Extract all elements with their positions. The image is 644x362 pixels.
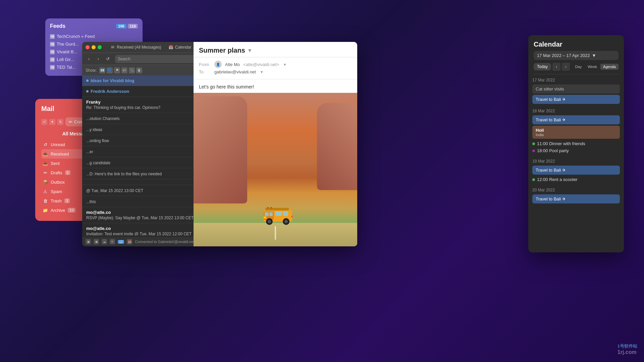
svg-rect-4 (275, 211, 282, 216)
received-icon: 📥 (43, 151, 48, 157)
svg-rect-13 (264, 217, 266, 219)
tab-received[interactable]: ✉ Received (All Messages) (107, 44, 165, 51)
from-dropdown-icon[interactable]: ▾ (284, 62, 286, 67)
feed-item-0[interactable]: 📰 TechCrunch » Feed (50, 33, 138, 40)
tab-calendar-icon: 📅 (169, 45, 173, 50)
feeds-badge-2: 116 (128, 24, 138, 28)
feed-icon-4: 📰 (50, 65, 55, 70)
cal-event-travel-18[interactable]: Travel to Bali ✈ (532, 115, 620, 124)
filter-all-icon[interactable]: 📧 (99, 67, 105, 73)
drafts-count: 2 (65, 170, 70, 175)
feed-icon-0: 📰 (50, 34, 55, 39)
close-button[interactable] (86, 45, 90, 49)
cal-event-scooter[interactable]: 12:00 Rent a scooter (532, 176, 620, 183)
filter-flag-icon[interactable]: ⚑ (114, 67, 120, 73)
forward-button[interactable]: › (94, 55, 102, 63)
cal-week-view[interactable]: Week (585, 64, 600, 70)
spam-icon: ⚠ (43, 189, 48, 194)
connection-status: Connected to GabrielaV@vivaldi.net (135, 240, 195, 244)
maximize-button[interactable] (98, 45, 102, 49)
cal-day-label-17: 17 Mar 2022 (532, 78, 620, 82)
archive-icon: 📁 (43, 207, 48, 213)
svg-rect-8 (270, 207, 272, 208)
email-image (194, 93, 357, 246)
email-to-row: To gabrielav@vivaldi.net ▾ (199, 69, 352, 74)
cal-body: 17 Mar 2022 Cat sitter visits Travel to … (528, 78, 624, 250)
unread-dot (86, 79, 89, 82)
date-range-chevron: ▼ (592, 53, 596, 58)
sender-avatar: 👤 (214, 61, 222, 68)
cal-day-label-18: 18 Mar 2022 (532, 109, 620, 113)
back-button[interactable]: ‹ (85, 55, 93, 63)
feeds-title: Feeds (50, 23, 65, 29)
tab-calendar[interactable]: 📅 Calendar (165, 44, 195, 51)
cal-view-buttons: Day Week Agenda (573, 64, 619, 70)
cal-event-cat-sitter[interactable]: Cat sitter visits (532, 84, 620, 94)
cal-event-travel-19[interactable]: Travel to Bali ✈ (532, 166, 620, 175)
cal-agenda-view[interactable]: Agenda (600, 64, 619, 70)
email-detail-panel: Summer plans ▼ From 👤 Atle Mo <atle@viva… (194, 42, 357, 246)
from-name: Atle Mo (225, 62, 240, 67)
refresh-btn[interactable]: ↺ (41, 119, 47, 125)
outbox-icon: 📦 (43, 179, 48, 185)
cal-day-18mar: 18 Mar 2022 Travel to Bali ✈ Holi India … (532, 109, 620, 154)
from-email: <atle@vivaldi.net> (243, 62, 279, 67)
trash-icon: 🗑 (43, 198, 48, 203)
minimize-button[interactable] (92, 45, 96, 49)
email-subject-bar: Summer plans ▼ (194, 42, 357, 57)
status-badge-num: 12 (118, 240, 124, 244)
feeds-badge-1: 106 (116, 24, 126, 28)
subject-edit-icon[interactable]: ▼ (247, 48, 253, 54)
reload-button[interactable]: ↺ (104, 55, 112, 63)
cal-day-label-19: 19 Mar 2022 (532, 159, 620, 164)
dot-green-1 (532, 142, 535, 145)
cal-day-19mar: 19 Mar 2022 Travel to Bali ✈ 12:00 Rent … (532, 159, 620, 183)
cal-date-range[interactable]: 17 Mar 2022 – 17 Apr 2022 ▼ (534, 51, 619, 60)
cal-next-button[interactable]: › (562, 63, 570, 71)
cal-day-view[interactable]: Day (573, 64, 585, 70)
cal-prev-button[interactable]: ‹ (552, 63, 560, 71)
sort-btn[interactable]: ⇅ (57, 119, 63, 125)
status-icon-4: ✉ (110, 239, 115, 244)
email-from-row: From 👤 Atle Mo <atle@vivaldi.net> ▾ (199, 61, 352, 68)
dot-green-2 (532, 178, 535, 181)
svg-rect-7 (267, 207, 269, 208)
status-icon-5: 📅 (127, 239, 132, 244)
status-icon-1: ◼ (86, 239, 91, 244)
email-subject: Summer plans ▼ (199, 47, 352, 54)
cal-day-17mar: 17 Mar 2022 Cat sitter visits Travel to … (532, 78, 620, 104)
filter-delete-icon[interactable]: 🗑 (136, 67, 142, 73)
road-line (275, 226, 276, 240)
traffic-lights (86, 45, 102, 49)
filter-attach-icon[interactable]: 📎 (129, 67, 135, 73)
cal-event-pool[interactable]: 18:00 Pool party (532, 147, 620, 154)
to-dropdown-icon[interactable]: ▾ (261, 69, 263, 74)
to-label: To (199, 69, 211, 74)
filter-btn[interactable]: ▼ (49, 119, 55, 125)
svg-rect-14 (291, 216, 293, 217)
status-icon-3: ☁ (102, 239, 107, 244)
filter-tag-icon[interactable]: 🏷 (121, 67, 127, 73)
status-icon-2: ◼ (94, 239, 99, 244)
svg-point-10 (268, 220, 271, 223)
cal-event-dinner[interactable]: 11:00 Dinner with friends (532, 140, 620, 147)
to-email: gabrielav@vivaldi.net (214, 69, 256, 74)
email-body: Let's go here this summer! (194, 79, 357, 246)
cal-nav-row: Today ‹ › Day Week Agenda (528, 63, 624, 74)
feed-icon-2: 📰 (50, 50, 55, 54)
cal-header: Calendar (528, 35, 624, 51)
svg-point-12 (284, 220, 288, 223)
archive-count: 19 (68, 208, 75, 213)
sent-icon: 📤 (43, 161, 48, 166)
cal-day-label-20: 20 Mar 2022 (532, 188, 620, 192)
email-body-text: Let's go here this summer! (194, 79, 357, 93)
cal-divider (534, 74, 619, 74)
filter-unread-icon[interactable]: 🔵 (107, 67, 113, 73)
rock-right (317, 103, 357, 190)
cal-event-travel-17[interactable]: Travel to Bali ✈ (532, 95, 620, 104)
cal-event-travel-20[interactable]: Travel to Bali ✈ (532, 194, 620, 203)
svg-rect-5 (283, 211, 288, 216)
today-button[interactable]: Today (534, 63, 551, 70)
drafts-icon: ✏ (43, 170, 48, 175)
cal-event-holi[interactable]: Holi India (532, 126, 620, 139)
